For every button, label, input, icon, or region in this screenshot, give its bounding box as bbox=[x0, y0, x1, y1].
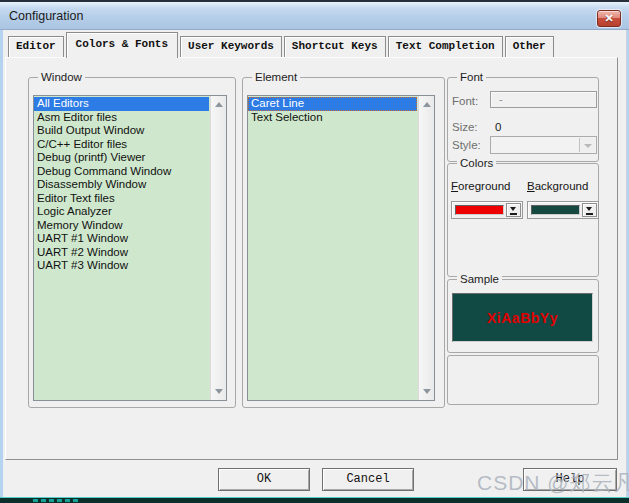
foreground-color-swatch bbox=[455, 205, 504, 215]
scroll-up-icon[interactable] bbox=[423, 102, 431, 107]
close-button[interactable]: ✕ bbox=[597, 10, 621, 27]
tab-user-keywords[interactable]: User Keywords bbox=[180, 36, 282, 57]
window-list-items: All EditorsAsm Editor filesBuild Output … bbox=[34, 97, 209, 400]
style-field-label: Style: bbox=[452, 139, 481, 151]
empty-groupbox bbox=[447, 355, 599, 405]
foreground-dropdown-button[interactable] bbox=[506, 203, 521, 217]
style-dropdown-button[interactable] bbox=[579, 138, 595, 152]
color-dropdown-icon bbox=[510, 207, 516, 211]
style-combobox[interactable] bbox=[490, 136, 597, 154]
list-item[interactable]: Debug (printf) Viewer bbox=[34, 151, 209, 165]
cancel-button[interactable]: Cancel bbox=[322, 468, 414, 491]
scroll-up-icon[interactable] bbox=[215, 102, 223, 107]
element-group-label: Element bbox=[252, 71, 300, 84]
close-icon: ✕ bbox=[604, 12, 613, 24]
configuration-dialog: Configuration ✕ Editor Colors & Fonts Us… bbox=[0, 0, 629, 503]
size-value: 0 bbox=[495, 121, 501, 133]
bottom-teal-dashes bbox=[33, 499, 81, 502]
element-list-items: Caret LineText Selection bbox=[248, 97, 417, 400]
color-dropdown-underline bbox=[510, 213, 517, 215]
help-button[interactable]: Help bbox=[523, 468, 617, 491]
list-item[interactable]: UART #1 Window bbox=[34, 232, 209, 246]
font-field-label: Font: bbox=[452, 95, 478, 107]
window-list-scrollbar[interactable] bbox=[210, 96, 226, 400]
sample-group-label: Sample bbox=[457, 273, 502, 286]
list-item[interactable]: Memory Window bbox=[34, 219, 209, 233]
sample-preview-box: XiAaBbYy bbox=[452, 293, 593, 342]
tab-other[interactable]: Other bbox=[505, 36, 554, 57]
color-dropdown-icon bbox=[586, 207, 592, 211]
scroll-down-icon[interactable] bbox=[423, 389, 431, 394]
titlebar[interactable]: Configuration ✕ bbox=[0, 2, 629, 30]
window-listbox[interactable]: All EditorsAsm Editor filesBuild Output … bbox=[33, 95, 227, 401]
bottom-dark-strip bbox=[0, 498, 629, 503]
list-item[interactable]: UART #2 Window bbox=[34, 246, 209, 260]
tab-text-completion[interactable]: Text Completion bbox=[388, 36, 503, 57]
frame-left bbox=[0, 30, 3, 497]
list-item[interactable]: Text Selection bbox=[248, 111, 417, 125]
list-item[interactable]: Disassembly Window bbox=[34, 178, 209, 192]
font-group-label: Font bbox=[457, 71, 486, 84]
chevron-down-icon bbox=[584, 144, 592, 148]
element-list-scrollbar[interactable] bbox=[418, 96, 434, 400]
foreground-label: Foreground bbox=[451, 180, 510, 192]
list-item[interactable]: Editor Text files bbox=[34, 192, 209, 206]
list-item[interactable]: Build Output Window bbox=[34, 124, 209, 138]
colors-group-label: Colors bbox=[457, 157, 496, 170]
sample-text: XiAaBbYy bbox=[487, 310, 558, 326]
background-dropdown-button[interactable] bbox=[582, 203, 597, 217]
foreground-color-picker[interactable] bbox=[451, 201, 523, 219]
ok-button[interactable]: OK bbox=[218, 468, 310, 491]
element-listbox[interactable]: Caret LineText Selection bbox=[247, 95, 435, 401]
window-group-label: Window bbox=[38, 71, 85, 84]
background-color-picker[interactable] bbox=[527, 201, 599, 219]
list-item[interactable]: Caret Line bbox=[248, 97, 417, 111]
list-item[interactable]: C/C++ Editor files bbox=[34, 138, 209, 152]
tab-shortcut-keys[interactable]: Shortcut Keys bbox=[284, 36, 386, 57]
tab-colors-fonts[interactable]: Colors & Fonts bbox=[66, 32, 178, 58]
color-dropdown-underline bbox=[586, 213, 593, 215]
background-color-swatch bbox=[531, 205, 580, 215]
font-select-button[interactable]: - bbox=[490, 91, 597, 108]
background-label: Background bbox=[527, 180, 588, 192]
window-title: Configuration bbox=[9, 9, 83, 23]
tab-strip: Editor Colors & Fonts User Keywords Shor… bbox=[8, 32, 556, 58]
size-field-label: Size: bbox=[452, 121, 478, 133]
list-item[interactable]: Logic Analyzer bbox=[34, 205, 209, 219]
list-item[interactable]: UART #3 Window bbox=[34, 259, 209, 273]
tab-editor[interactable]: Editor bbox=[8, 36, 64, 57]
list-item[interactable]: Debug Command Window bbox=[34, 165, 209, 179]
scroll-down-icon[interactable] bbox=[215, 389, 223, 394]
list-item[interactable]: Asm Editor files bbox=[34, 111, 209, 125]
list-item[interactable]: All Editors bbox=[34, 97, 209, 111]
